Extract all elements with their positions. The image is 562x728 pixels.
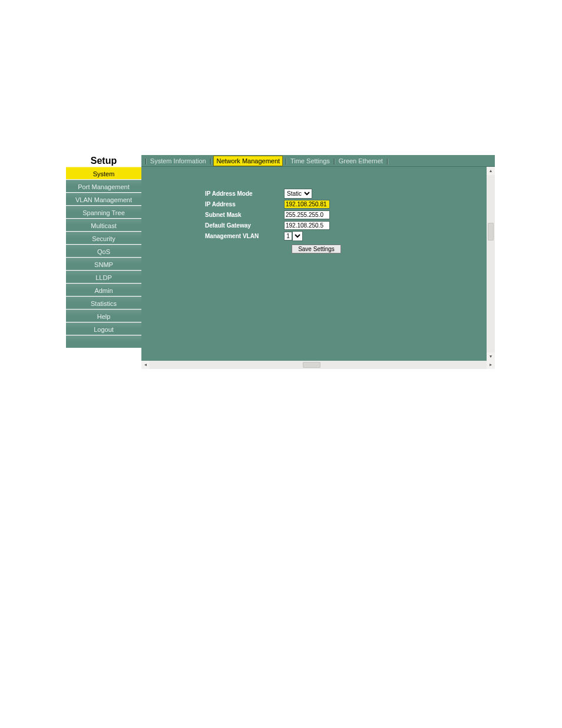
input-default-gateway[interactable] <box>284 221 330 230</box>
sidebar-item-qos[interactable]: QoS <box>66 245 141 258</box>
sidebar-item-port-management[interactable]: Port Management <box>66 180 141 193</box>
row-ip-address: IP Address <box>205 199 349 209</box>
select-ip-mode[interactable]: Static <box>284 189 312 199</box>
button-row: Save Settings <box>284 245 349 253</box>
network-form: IP Address Mode Static IP Address Subnet… <box>205 188 349 253</box>
tab-separator: | <box>384 157 391 164</box>
sidebar-item-statistics[interactable]: Statistics <box>66 297 141 309</box>
label-ip-mode: IP Address Mode <box>205 190 284 197</box>
app-frame: Setup | System Information | Network Man… <box>66 155 495 369</box>
sidebar-item-spanning-tree[interactable]: Spanning Tree <box>66 206 141 219</box>
scroll-left-icon[interactable]: ◂ <box>141 361 150 369</box>
top-row: Setup | System Information | Network Man… <box>66 155 495 167</box>
content-pane: IP Address Mode Static IP Address Subnet… <box>141 167 495 361</box>
tab-separator: | <box>207 157 214 164</box>
sidebar: System Port Management VLAN Management S… <box>66 167 141 369</box>
scroll-up-icon[interactable]: ▴ <box>487 167 495 175</box>
vertical-scrollbar[interactable]: ▴ ▾ <box>487 167 495 361</box>
select-management-vlan[interactable] <box>292 231 303 241</box>
row-management-vlan: Management VLAN 1 <box>205 230 349 241</box>
tab-separator: | <box>143 157 149 164</box>
main-row: System Port Management VLAN Management S… <box>66 167 495 369</box>
row-default-gateway: Default Gateway <box>205 220 349 230</box>
vertical-scroll-thumb[interactable] <box>488 223 494 241</box>
vlan-value: 1 <box>284 232 292 241</box>
sidebar-item-vlan-management[interactable]: VLAN Management <box>66 193 141 206</box>
tab-system-information[interactable]: System Information <box>149 157 207 164</box>
scroll-right-icon[interactable]: ▸ <box>487 361 495 369</box>
sidebar-item-help[interactable]: Help <box>66 309 141 322</box>
sidebar-item-system[interactable]: System <box>66 167 141 180</box>
page-title: Setup <box>66 155 141 167</box>
sidebar-item-lldp[interactable]: LLDP <box>66 271 141 284</box>
tab-time-settings[interactable]: Time Settings <box>289 157 331 164</box>
tab-network-management[interactable]: Network Management <box>213 156 283 166</box>
tabs-bar: | System Information | Network Managemen… <box>141 155 495 167</box>
label-subnet-mask: Subnet Mask <box>205 212 284 218</box>
input-ip-address[interactable] <box>284 200 330 209</box>
row-subnet-mask: Subnet Mask <box>205 209 349 220</box>
tab-separator: | <box>331 157 338 164</box>
label-management-vlan: Management VLAN <box>205 233 284 239</box>
sidebar-item-admin[interactable]: Admin <box>66 284 141 297</box>
sidebar-item-multicast[interactable]: Multicast <box>66 219 141 232</box>
row-ip-mode: IP Address Mode Static <box>205 188 349 199</box>
input-subnet-mask[interactable] <box>284 210 330 219</box>
horizontal-scroll-thumb[interactable] <box>303 362 320 368</box>
vlan-control: 1 <box>284 231 303 241</box>
sidebar-item-security[interactable]: Security <box>66 232 141 245</box>
tab-separator: | <box>283 157 289 164</box>
tab-green-ethernet[interactable]: Green Ethernet <box>338 157 384 164</box>
save-settings-button[interactable]: Save Settings <box>292 245 341 253</box>
scroll-down-icon[interactable]: ▾ <box>487 353 495 361</box>
sidebar-item-logout[interactable]: Logout <box>66 322 141 335</box>
horizontal-scrollbar[interactable]: ◂ ▸ <box>141 361 495 369</box>
sidebar-item-snmp[interactable]: SNMP <box>66 258 141 271</box>
label-ip-address: IP Address <box>205 201 284 207</box>
sidebar-item-blank <box>66 335 141 348</box>
label-default-gateway: Default Gateway <box>205 222 284 229</box>
horizontal-scroll-track[interactable] <box>150 361 487 369</box>
content-wrap: IP Address Mode Static IP Address Subnet… <box>141 167 495 369</box>
